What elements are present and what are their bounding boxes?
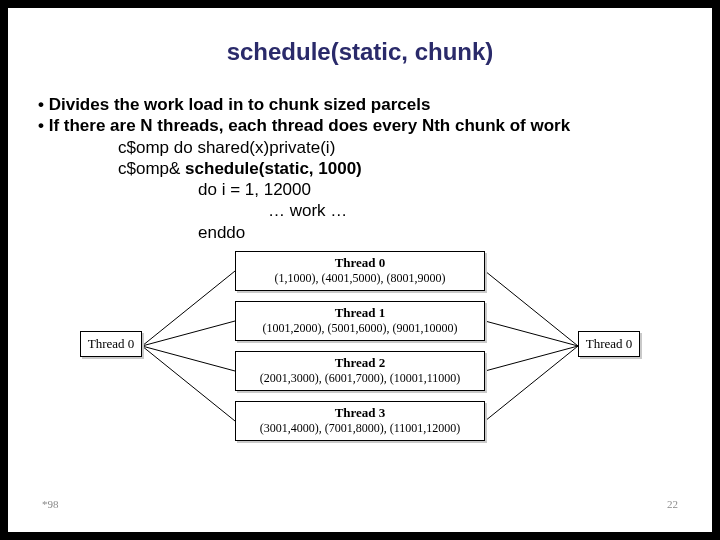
footer-left: *98 — [42, 498, 59, 510]
svg-line-4 — [485, 271, 578, 346]
thread-ranges: (1,1000), (4001,5000), (8001,9000) — [275, 271, 446, 285]
thread-box-3: Thread 3 (3001,4000), (7001,8000), (1100… — [235, 401, 485, 441]
slide: schedule(static, chunk) Divides the work… — [8, 8, 712, 532]
thread-name: Thread 2 — [242, 356, 478, 371]
code-directive-prefix: c$omp& — [118, 159, 185, 178]
thread-ranges: (2001,3000), (6001,7000), (10001,11000) — [260, 371, 461, 385]
thread-box-1: Thread 1 (1001,2000), (5001,6000), (9001… — [235, 301, 485, 341]
thread-box-2: Thread 2 (2001,3000), (6001,7000), (1000… — [235, 351, 485, 391]
code-line: c$omp do shared(x)private(i) — [118, 137, 682, 158]
code-line: … work … — [268, 200, 682, 221]
svg-line-7 — [485, 346, 578, 421]
thread-ranges: (3001,4000), (7001,8000), (11001,12000) — [260, 421, 461, 435]
bullet-item: Divides the work load in to chunk sized … — [38, 94, 682, 115]
thread-diagram: Thread 0 Thread 0 Thread 0 (1,1000), (40… — [80, 251, 640, 451]
svg-line-2 — [142, 346, 235, 371]
thread-name: Thread 3 — [242, 406, 478, 421]
thread-name: Thread 0 — [242, 256, 478, 271]
thread-sink-box: Thread 0 — [578, 331, 640, 357]
svg-line-0 — [142, 271, 235, 346]
code-line: enddo — [198, 222, 682, 243]
thread-name: Thread 1 — [242, 306, 478, 321]
bullet-item: If there are N threads, each thread does… — [38, 115, 682, 136]
slide-title: schedule(static, chunk) — [38, 38, 682, 66]
code-block: c$omp do shared(x)private(i) c$omp& sche… — [118, 137, 682, 243]
thread-box-0: Thread 0 (1,1000), (4001,5000), (8001,90… — [235, 251, 485, 291]
thread-source-box: Thread 0 — [80, 331, 142, 357]
code-directive-bold: schedule(static, 1000) — [185, 159, 362, 178]
thread-ranges: (1001,2000), (5001,6000), (9001,10000) — [263, 321, 458, 335]
footer-right: 22 — [667, 498, 678, 510]
svg-line-1 — [142, 321, 235, 346]
svg-line-5 — [485, 321, 578, 346]
svg-line-3 — [142, 346, 235, 421]
bullet-list: Divides the work load in to chunk sized … — [38, 94, 682, 243]
svg-line-6 — [485, 346, 578, 371]
code-line: c$omp& schedule(static, 1000) — [118, 158, 682, 179]
code-line: do i = 1, 12000 — [198, 179, 682, 200]
